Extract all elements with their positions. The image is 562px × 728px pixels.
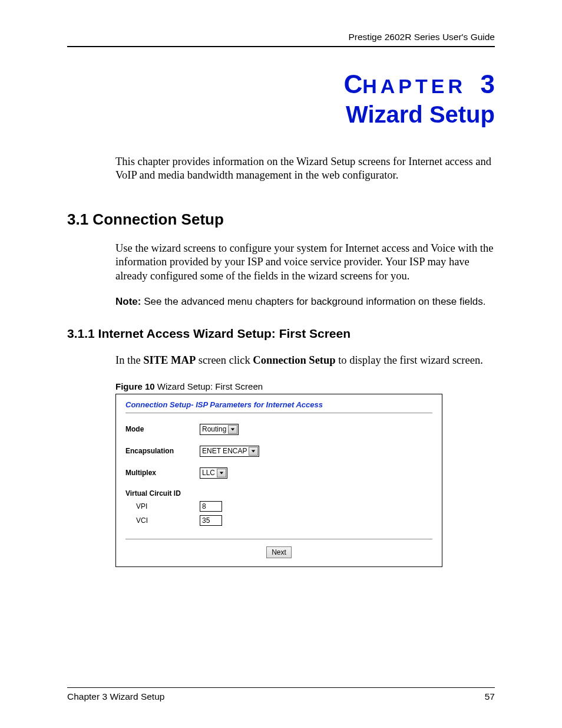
chevron-down-icon [217, 469, 226, 477]
wizard-divider-bottom [125, 539, 432, 539]
chapter-prefix: C [343, 70, 362, 98]
section-3-1-1-heading: 3.1.1 Internet Access Wizard Setup: Firs… [67, 327, 495, 341]
section-3-1-heading: 3.1 Connection Setup [67, 210, 495, 229]
chevron-down-icon [249, 447, 258, 456]
row-vpi: VPI [125, 501, 432, 512]
section-3-1-note: Note: See the advanced menu chapters for… [115, 296, 495, 308]
body-bold-sitemap: SITE MAP [143, 354, 196, 366]
svg-marker-2 [220, 472, 223, 475]
section-3-1-1-body: In the SITE MAP screen click Connection … [115, 354, 495, 367]
select-encapsulation[interactable]: ENET ENCAP [200, 446, 259, 457]
footer-rule [67, 687, 495, 688]
chapter-number: 3 [481, 70, 495, 98]
label-multiplex: Multiplex [125, 469, 200, 477]
svg-marker-0 [231, 429, 234, 431]
label-mode: Mode [125, 425, 200, 433]
footer-chapter: Chapter 3 Wizard Setup [67, 691, 164, 702]
wizard-panel: Connection Setup- ISP Parameters for Int… [115, 394, 442, 567]
label-vci: VCI [125, 516, 200, 525]
row-vcid: Virtual Circuit ID [125, 489, 432, 498]
svg-marker-1 [252, 450, 255, 453]
select-encap-value: ENET ENCAP [202, 447, 247, 455]
wizard-divider-top [125, 413, 432, 413]
header-rule [67, 46, 495, 47]
wizard-title: Connection Setup- ISP Parameters for Int… [125, 400, 432, 409]
next-button[interactable]: Next [266, 546, 292, 558]
note-label: Note: [115, 296, 141, 307]
figure-caption: Figure 10 Wizard Setup: First Screen [115, 381, 495, 391]
row-mode: Mode Routing [125, 424, 432, 435]
chevron-down-icon [228, 425, 237, 434]
select-mode[interactable]: Routing [200, 424, 239, 435]
chapter-title-block: CHAPTER 3 Wizard Setup [67, 70, 495, 128]
row-multiplex: Multiplex LLC [125, 467, 432, 479]
wizard-button-row: Next [125, 546, 432, 558]
page: Prestige 2602R Series User's Guide CHAPT… [0, 0, 562, 728]
footer-page-number: 57 [485, 691, 495, 702]
label-vpi: VPI [125, 502, 200, 510]
chapter-name: Wizard Setup [67, 101, 495, 128]
chapter-label: CHAPTER 3 [67, 70, 495, 99]
select-mode-value: Routing [202, 425, 226, 433]
row-encapsulation: Encapsulation ENET ENCAP [125, 446, 432, 457]
body-mid: screen click [196, 354, 253, 366]
note-text: See the advanced menu chapters for backg… [141, 296, 485, 307]
header-guide-title: Prestige 2602R Series User's Guide [349, 32, 495, 42]
select-multiplex[interactable]: LLC [200, 467, 227, 479]
body-prefix: In the [115, 354, 143, 366]
label-vcid: Virtual Circuit ID [125, 489, 200, 498]
input-vpi[interactable] [200, 501, 222, 512]
body-suffix: to display the first wizard screen. [336, 354, 483, 366]
row-vci: VCI [125, 515, 432, 526]
chapter-intro: This chapter provides information on the… [115, 155, 495, 182]
body-bold-connection: Connection Setup [253, 354, 335, 366]
figure-caption-text: Wizard Setup: First Screen [157, 381, 263, 391]
section-3-1-body: Use the wizard screens to configure your… [115, 242, 495, 282]
chapter-mid: HAPTER [362, 75, 466, 97]
figure-label: Figure 10 [115, 381, 157, 391]
input-vci[interactable] [200, 515, 222, 526]
label-encapsulation: Encapsulation [125, 447, 200, 455]
select-multiplex-value: LLC [202, 469, 215, 477]
